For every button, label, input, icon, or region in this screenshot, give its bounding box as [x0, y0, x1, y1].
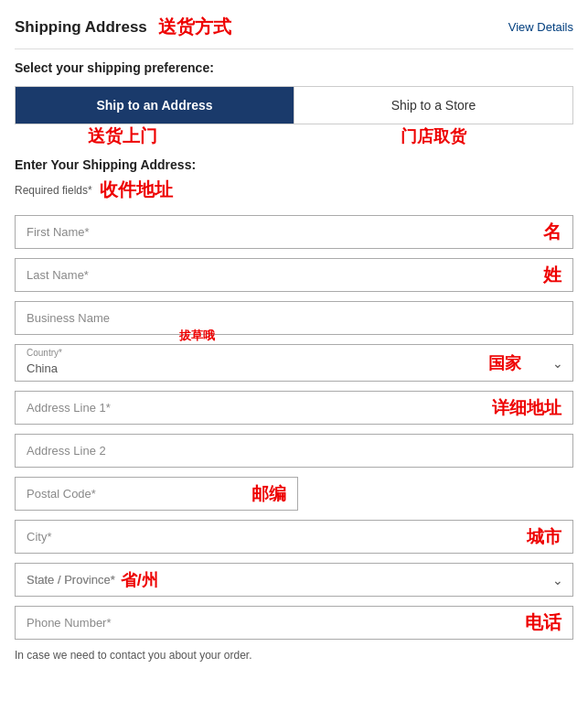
city-group: 城市 [15, 520, 573, 554]
last-name-input[interactable] [16, 259, 543, 291]
header-chinese-title: 送货方式 [158, 15, 231, 39]
state-select-wrapper: State / Province* Beijing Shanghai Guang… [15, 563, 573, 597]
phone-note: In case we need to contact you about you… [15, 649, 573, 662]
ship-to-store-button[interactable]: Ship to a Store 门店取货 [294, 87, 572, 124]
postal-group: 邮编 [15, 477, 573, 511]
postal-chinese: 邮编 [251, 482, 297, 506]
city-input[interactable] [16, 521, 527, 553]
business-name-group [15, 301, 573, 335]
page-title: Shipping Address [15, 18, 147, 37]
first-name-chinese: 名 [543, 220, 572, 244]
country-popup-chinese: 拔草哦 [179, 328, 215, 344]
state-select[interactable]: State / Province* Beijing Shanghai Guang… [16, 564, 572, 596]
business-name-input[interactable] [15, 301, 573, 335]
first-name-group: 名 [15, 215, 573, 249]
required-fields-label: Required fields* [15, 184, 92, 197]
ship-to-store-chinese: 门店取货 [401, 125, 466, 147]
ship-to-address-button[interactable]: Ship to an Address [16, 87, 294, 124]
required-chinese: 收件地址 [100, 178, 173, 202]
address1-chinese: 详细地址 [492, 396, 572, 420]
postal-code-input[interactable] [16, 478, 251, 510]
phone-chinese: 电话 [525, 610, 572, 635]
country-select[interactable]: China United States United Kingdom [16, 345, 572, 381]
state-group: State / Province* Beijing Shanghai Guang… [15, 563, 573, 597]
phone-input[interactable] [16, 607, 525, 639]
city-chinese: 城市 [527, 525, 572, 549]
ship-to-store-label: Ship to a Store [391, 98, 476, 113]
shipping-options: Ship to an Address Ship to a Store 门店取货 [15, 86, 573, 124]
address-line1-input[interactable] [16, 392, 492, 424]
address2-group [15, 434, 573, 468]
country-select-wrapper: Country* China United States United King… [15, 344, 573, 382]
phone-group: 电话 [15, 606, 573, 640]
ship-to-address-chinese: 送货上门 [88, 124, 157, 148]
country-group: 拔草哦 Country* China United States United … [15, 344, 573, 382]
header-left: Shipping Address 送货方式 [15, 15, 231, 39]
address-line2-input[interactable] [15, 434, 573, 468]
required-note: Required fields* 收件地址 [15, 178, 573, 202]
first-name-input[interactable] [16, 216, 543, 248]
form-title: Enter Your Shipping Address: [15, 157, 573, 172]
last-name-group: 姓 [15, 258, 573, 292]
shipping-header: Shipping Address 送货方式 View Details [15, 15, 573, 49]
ship-to-address-label: Ship to an Address [96, 98, 212, 113]
shipping-preference-label: Select your shipping preference: [15, 60, 573, 75]
view-details-link[interactable]: View Details [508, 20, 573, 34]
last-name-chinese: 姓 [543, 263, 572, 287]
address1-group: 详细地址 [15, 391, 573, 425]
